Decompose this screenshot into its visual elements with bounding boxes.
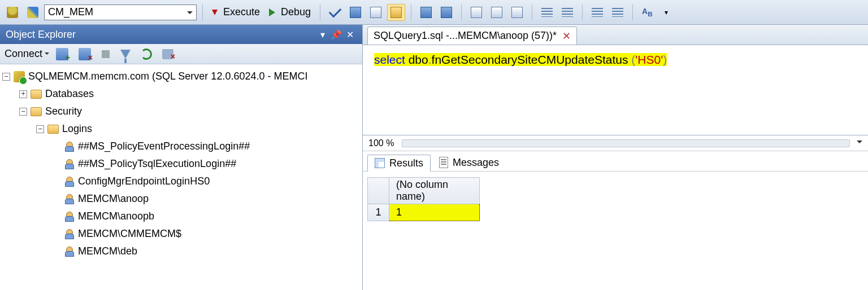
login-label: MEMCM\anoopb — [78, 208, 154, 225]
expand-toggle[interactable]: + — [19, 90, 27, 98]
collapse-toggle[interactable]: − — [2, 73, 10, 81]
connect-object-explorer-button[interactable] — [53, 46, 72, 63]
uncomment-button[interactable] — [558, 4, 576, 21]
change-connection-button[interactable] — [3, 4, 21, 21]
login-label: MEMCM\deb — [78, 243, 137, 260]
connect-label: Connect — [5, 48, 42, 60]
estimated-plan-button[interactable] — [346, 4, 364, 21]
panel-menu-button[interactable]: ▾ — [316, 29, 329, 40]
login-label: ##MS_PolicyTsqlExecutionLogin## — [78, 155, 236, 173]
grid-corner — [368, 178, 389, 204]
login-label: MEMCM\CMMEMCM$ — [78, 225, 181, 243]
connect-dropdown[interactable]: Connect — [5, 48, 49, 60]
tree-security-node[interactable]: − Security — [2, 103, 360, 120]
grid-column-header[interactable]: (No column name) — [389, 178, 480, 204]
include-statistics-button[interactable] — [437, 4, 455, 21]
main-toolbar: CM_MEM Execute Debug AB ▾ — [0, 0, 868, 25]
server-icon — [14, 71, 25, 82]
login-icon — [64, 247, 75, 257]
tree-login-item[interactable]: ##MS_PolicyEventProcessingLogin## — [2, 138, 360, 155]
query-editor-panel: SQLQuery1.sql -...MEMCM\anoop (57))* ✕ s… — [363, 25, 868, 290]
panel-close-button[interactable]: ✕ — [343, 29, 357, 40]
tree-login-item[interactable]: MEMCM\anoop — [2, 190, 360, 208]
tree-login-item[interactable]: ##MS_PolicyTsqlExecutionLogin## — [2, 155, 360, 173]
security-label: Security — [45, 103, 82, 120]
check-icon — [329, 5, 342, 17]
tree-login-item[interactable]: MEMCM\anoopb — [2, 208, 360, 225]
tree-server-node[interactable]: − SQLMEMCM.memcm.com (SQL Server 12.0.60… — [2, 68, 360, 85]
filter-button[interactable] — [117, 46, 134, 63]
db-switch-icon — [7, 7, 18, 18]
stop-button[interactable] — [98, 46, 114, 63]
comment-button[interactable] — [538, 4, 556, 21]
results-to-text-button[interactable] — [467, 4, 485, 21]
object-explorer-tree[interactable]: − SQLMEMCM.memcm.com (SQL Server 12.0.60… — [0, 64, 362, 290]
horizontal-scrollbar[interactable] — [402, 139, 850, 147]
object-explorer-titlebar: Object Explorer ▾ 📌 ✕ — [0, 25, 362, 44]
login-icon — [64, 159, 75, 169]
intellisense-button[interactable] — [387, 4, 405, 21]
plan-icon — [350, 7, 361, 18]
available-databases-button[interactable] — [24, 4, 42, 21]
panel-pin-button[interactable]: 📌 — [329, 29, 343, 40]
grid-row[interactable]: 1 1 — [368, 204, 480, 221]
sql-text-editor[interactable]: select dbo.fnGetSecondarySiteCMUpdateSta… — [363, 45, 868, 135]
object-explorer-panel: Object Explorer ▾ 📌 ✕ Connect − SQLMEMCM… — [0, 25, 363, 290]
messages-tab[interactable]: Messages — [432, 154, 506, 171]
sql-keyword: select — [374, 53, 405, 66]
specify-values-button[interactable]: AB — [639, 4, 656, 21]
include-actual-plan-button[interactable] — [417, 4, 435, 21]
increase-indent-button[interactable] — [609, 4, 627, 21]
indent-icon — [612, 8, 623, 17]
stop-icon — [102, 50, 110, 58]
filter-icon — [120, 50, 131, 59]
login-icon — [64, 177, 75, 187]
disconnect-button[interactable] — [75, 46, 94, 63]
tree-login-item[interactable]: MEMCM\CMMEMCM$ — [2, 225, 360, 243]
db-swap-icon — [27, 7, 38, 18]
results-to-grid-button[interactable] — [488, 4, 506, 21]
results-to-file-button[interactable] — [508, 4, 526, 21]
results-grid-icon — [491, 7, 502, 18]
debug-label: Debug — [281, 6, 311, 18]
messages-icon — [439, 157, 448, 168]
collapse-toggle[interactable]: − — [19, 108, 27, 116]
uncomment-icon — [562, 8, 573, 17]
zoom-value: 100 % — [368, 138, 394, 148]
refresh-button[interactable] — [137, 46, 155, 63]
actual-plan-icon — [420, 7, 432, 18]
results-text-icon — [471, 7, 482, 18]
login-label: ##MS_PolicyEventProcessingLogin## — [78, 138, 250, 155]
decrease-indent-button[interactable] — [588, 4, 606, 21]
editor-tab-title: SQLQuery1.sql -...MEMCM\anoop (57))* — [374, 30, 557, 42]
disconnect-all-button[interactable] — [159, 46, 177, 63]
login-label: ConfigMgrEndpointLoginHS0 — [78, 173, 210, 190]
debug-button[interactable]: Debug — [266, 4, 314, 21]
zoom-bar[interactable]: 100 % — [363, 135, 868, 151]
sql-function: fnGetSecondarySiteCMUpdateStatus — [432, 53, 632, 66]
login-label: MEMCM\anoop — [78, 190, 149, 208]
tree-login-item[interactable]: ConfigMgrEndpointLoginHS0 — [2, 173, 360, 190]
collapse-toggle[interactable]: − — [36, 125, 44, 133]
connect-remove-icon — [79, 48, 91, 60]
results-tabstrip: Results Messages — [363, 151, 868, 172]
object-explorer-title: Object Explorer — [6, 29, 76, 41]
parse-button[interactable] — [326, 4, 344, 21]
tree-login-item[interactable]: MEMCM\deb — [2, 243, 360, 260]
logins-label: Logins — [62, 120, 92, 138]
results-tab[interactable]: Results — [367, 155, 431, 172]
object-explorer-toolbar: Connect — [0, 44, 362, 64]
tab-close-button[interactable]: ✕ — [562, 30, 571, 42]
grid-cell[interactable]: 1 — [389, 204, 480, 221]
server-remove-icon — [162, 49, 173, 59]
database-combo[interactable]: CM_MEM — [44, 5, 197, 20]
chevron-down-icon: ▾ — [665, 8, 668, 16]
messages-tab-label: Messages — [453, 157, 499, 169]
toolbar-overflow-button[interactable]: ▾ — [658, 4, 674, 21]
tree-logins-node[interactable]: − Logins — [2, 120, 360, 138]
tree-databases-node[interactable]: + Databases — [2, 85, 360, 103]
editor-tab[interactable]: SQLQuery1.sql -...MEMCM\anoop (57))* ✕ — [367, 27, 577, 45]
query-options-button[interactable] — [367, 4, 385, 21]
results-grid[interactable]: (No column name) 1 1 — [363, 172, 868, 227]
execute-button[interactable]: Execute — [209, 4, 263, 21]
